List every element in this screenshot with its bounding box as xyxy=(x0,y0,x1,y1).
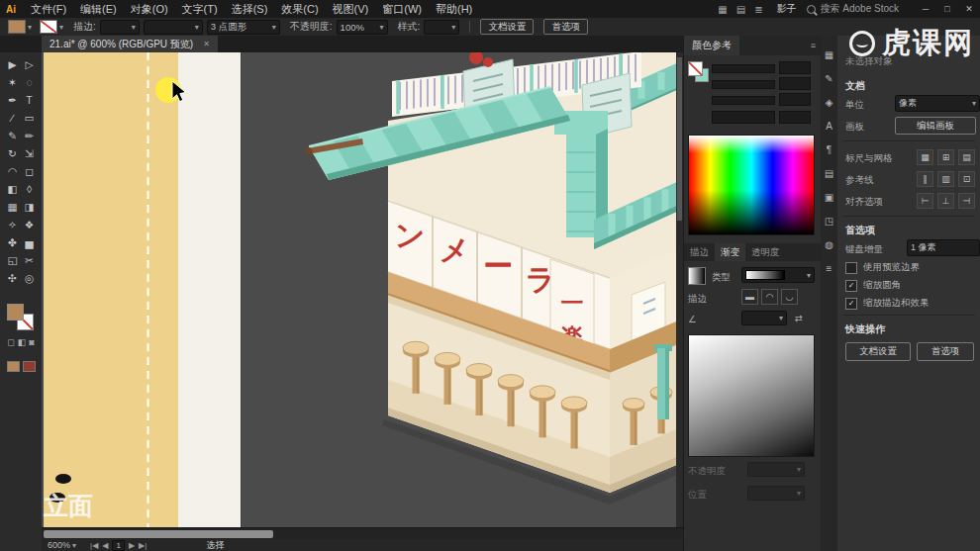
menu-view[interactable]: 视图(V) xyxy=(326,2,376,17)
width-profile-select[interactable]: ▾ xyxy=(144,20,203,35)
draw-behind-mode-icon[interactable]: ◧ xyxy=(18,337,27,347)
document-setup-button[interactable]: 文档设置 xyxy=(480,19,534,35)
color-value-1[interactable] xyxy=(779,61,811,74)
zoom-caret-icon[interactable]: ▾ xyxy=(72,541,76,550)
character-panel-icon[interactable]: A xyxy=(826,121,833,132)
menu-select[interactable]: 选择(S) xyxy=(225,2,275,17)
stock-search[interactable]: 搜索 Adobe Stock xyxy=(807,2,899,16)
draw-normal-mode-icon[interactable]: ◻ xyxy=(7,337,14,347)
menu-help[interactable]: 帮助(H) xyxy=(429,2,479,17)
lasso-tool[interactable]: ◌ xyxy=(21,75,38,89)
units-select[interactable]: 像素▾ xyxy=(895,95,980,112)
zoom-level[interactable]: 600% xyxy=(48,540,70,550)
gradient-location-field[interactable]: ▾ xyxy=(747,486,805,501)
last-artboard-button[interactable]: ▶| xyxy=(139,541,147,550)
stroke-weight-select[interactable]: ▾ xyxy=(100,20,140,35)
rectangle-tool[interactable]: ▭ xyxy=(21,111,38,125)
color-slider-1[interactable] xyxy=(712,64,775,73)
user-account[interactable]: 影子 xyxy=(777,2,797,16)
app-logo[interactable]: Ai xyxy=(0,4,24,15)
gradient-along-stroke-icon[interactable]: ◠ xyxy=(761,289,778,305)
stroke-color-swatch[interactable] xyxy=(40,20,57,34)
gradient-across-stroke-icon[interactable]: ◡ xyxy=(781,289,798,305)
next-artboard-button[interactable]: ▶ xyxy=(129,541,135,550)
brush-definition-select[interactable]: 3 点圆形▾ xyxy=(207,20,280,35)
pref-checkbox-row-0[interactable]: 使用预览边界 xyxy=(845,261,930,274)
rotate-tool[interactable]: ↻ xyxy=(4,146,21,160)
menu-type[interactable]: 文字(T) xyxy=(175,2,225,17)
quick-document-setup-button[interactable]: 文档设置 xyxy=(845,342,911,361)
bridge-icon[interactable]: ▦ xyxy=(718,4,727,15)
gradient-reverse-icon[interactable]: ⇄ xyxy=(795,313,803,323)
symbol-sprayer-tool[interactable]: ✤ xyxy=(4,235,21,249)
layers-panel-icon[interactable]: ▤ xyxy=(825,168,833,179)
edit-artboards-button[interactable]: 编辑画板 xyxy=(895,117,976,135)
restore-button[interactable]: □ xyxy=(936,4,958,14)
mini-stroke-swatch[interactable] xyxy=(23,361,36,372)
canvas[interactable]: ン メ ー ラ 一 楽 xyxy=(42,52,683,527)
gradient-opacity-field[interactable]: ▾ xyxy=(747,462,805,477)
transform-panel-icon[interactable]: ◳ xyxy=(825,216,833,227)
menu-file[interactable]: 文件(F) xyxy=(24,2,73,17)
first-artboard-button[interactable]: |◀ xyxy=(90,541,98,550)
close-button[interactable]: ✕ xyxy=(958,4,980,14)
menu-edit[interactable]: 编辑(E) xyxy=(73,2,124,17)
menu-window[interactable]: 窗口(W) xyxy=(375,2,429,17)
canvas-area[interactable]: ン メ ー ラ 一 楽 xyxy=(42,52,683,527)
blend-tool[interactable]: ❖ xyxy=(21,218,38,231)
tab-gradient[interactable]: 渐变 xyxy=(715,243,745,261)
tab-transparency[interactable]: 透明度 xyxy=(745,243,786,261)
scale-tool[interactable]: ⇲ xyxy=(21,146,38,160)
tab-color-guide[interactable]: 颜色参考 xyxy=(684,36,739,55)
fill-caret-icon[interactable]: ▾ xyxy=(28,23,32,32)
column-graph-tool[interactable]: ▅ xyxy=(21,235,38,249)
panel-fill-proxy[interactable] xyxy=(688,61,703,76)
shape-builder-tool[interactable]: ◧ xyxy=(4,182,21,196)
line-segment-tool[interactable]: ∕ xyxy=(4,111,21,125)
artboard-tool[interactable]: ◱ xyxy=(4,253,21,267)
close-tab-icon[interactable]: ✕ xyxy=(203,40,210,48)
tab-stroke[interactable]: 描边 xyxy=(684,243,715,261)
symbols-panel-icon[interactable]: ◈ xyxy=(826,97,833,108)
swatches-panel-icon[interactable]: ▦ xyxy=(825,49,833,60)
gradient-angle-field[interactable]: ▾ xyxy=(741,311,787,325)
mini-fill-swatch[interactable] xyxy=(7,361,20,372)
align-right-icon[interactable]: ⊣ xyxy=(958,193,975,209)
paragraph-panel-icon[interactable]: ¶ xyxy=(827,144,832,155)
pref-checkbox-row-1[interactable]: ✓缩放圆角 xyxy=(845,279,930,292)
color-slider-3[interactable] xyxy=(712,96,775,105)
type-tool[interactable]: T xyxy=(21,93,38,107)
screen-mode-icon[interactable]: ◙ xyxy=(29,337,34,347)
guide-options-icon[interactable]: ⊡ xyxy=(958,171,975,187)
keyboard-increment-field[interactable]: 1 像素 xyxy=(907,239,980,256)
menu-object[interactable]: 对象(O) xyxy=(124,2,175,17)
align-left-icon[interactable]: ⊢ xyxy=(917,193,933,209)
perspective-grid-tool[interactable]: ◊ xyxy=(21,182,38,196)
prev-artboard-button[interactable]: ◀ xyxy=(102,541,108,550)
preferences-button[interactable]: 首选项 xyxy=(543,19,588,35)
color-value-4[interactable] xyxy=(779,111,811,124)
paintbrush-tool[interactable]: ✎ xyxy=(4,129,21,142)
direct-selection-tool[interactable]: ▷ xyxy=(21,57,38,71)
document-tab[interactable]: 21.ai* @ 600% (RGB/GPU 预览) ✕ xyxy=(42,36,218,52)
selection-tool[interactable]: ▶ xyxy=(4,57,21,71)
panel-menu-icon[interactable]: ≡ xyxy=(811,41,816,50)
pen-tool[interactable]: ✒ xyxy=(4,93,21,107)
artboards-panel-icon[interactable]: ▣ xyxy=(825,192,833,203)
color-value-2[interactable] xyxy=(779,77,811,90)
show-rulers-icon[interactable]: ▦ xyxy=(917,149,933,165)
artboard-number[interactable]: 1 xyxy=(112,540,124,551)
fill-color-swatch[interactable] xyxy=(8,20,26,34)
lock-guides-icon[interactable]: ▥ xyxy=(937,171,954,187)
horizontal-scrollbar-thumb[interactable] xyxy=(44,530,273,538)
libraries-panel-icon[interactable]: ≡ xyxy=(827,263,833,274)
checkbox[interactable] xyxy=(845,262,857,274)
pencil-tool[interactable]: ✏ xyxy=(21,129,38,142)
vertical-scrollbar-thumb[interactable] xyxy=(677,57,682,221)
snap-to-grid-icon[interactable]: ▤ xyxy=(958,149,975,165)
color-slider-2[interactable] xyxy=(712,80,775,89)
align-center-icon[interactable]: ⊥ xyxy=(937,193,954,209)
width-tool[interactable]: ◠ xyxy=(4,164,21,178)
gradient-within-stroke-icon[interactable]: ▬ xyxy=(741,289,758,305)
stroke-caret-icon[interactable]: ▾ xyxy=(59,23,63,32)
